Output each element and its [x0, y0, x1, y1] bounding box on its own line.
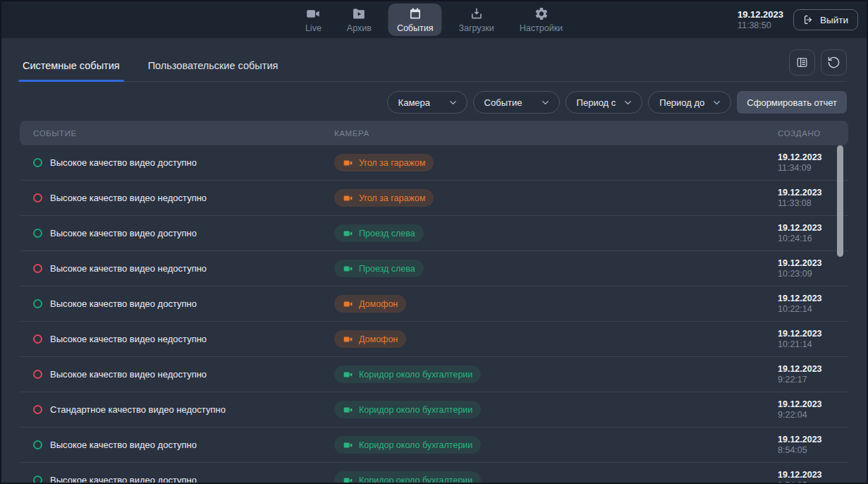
folder-play-icon	[352, 6, 367, 21]
camera-icon	[343, 334, 353, 344]
status-ring	[33, 334, 42, 344]
video-camera-icon	[306, 6, 321, 21]
journal-icon	[795, 56, 809, 69]
period-to-select[interactable]: Период до	[648, 91, 731, 114]
current-time: 11:38:50	[738, 20, 783, 30]
tabs: Системные события Пользовательские событ…	[21, 56, 279, 81]
filter-row: Камера Событие Период с Период до Сформи…	[21, 91, 847, 114]
logout-label: Выйти	[820, 15, 848, 25]
status-ring	[33, 476, 42, 484]
camera-icon	[343, 264, 353, 274]
camera-icon	[343, 370, 353, 380]
event-text: Высокое качество видео доступно	[50, 228, 197, 238]
camera-filter-select[interactable]: Камера	[387, 91, 467, 114]
table-header: СОБЫТИЕ КАМЕРА СОЗДАНО	[20, 121, 848, 145]
scrollbar-thumb[interactable]	[837, 145, 843, 257]
status-ring	[33, 264, 42, 273]
table-row[interactable]: Высокое качество видео доступно Домофон …	[20, 286, 848, 322]
nav-item-settings[interactable]: Настройки	[511, 4, 571, 36]
topbar-right: 19.12.2023 11:38:50 Выйти	[738, 1, 858, 38]
nav-item-live[interactable]: Live	[297, 4, 330, 36]
event-date: 19.12.2023	[778, 399, 848, 409]
camera-badge: Коридор около бухгалтерии	[334, 401, 481, 418]
camera-badge: Домофон	[334, 295, 406, 313]
event-time: 8:54:05	[778, 480, 848, 484]
chevron-down-icon	[711, 97, 722, 108]
table-row[interactable]: Высокое качество видео доступно Проезд с…	[20, 216, 848, 251]
tab-system-events[interactable]: Системные события	[21, 56, 121, 81]
nav-item-downloads[interactable]: Загрузки	[450, 4, 502, 36]
clock: 19.12.2023 11:38:50	[738, 9, 783, 30]
event-date: 19.12.2023	[778, 364, 848, 374]
table-row[interactable]: Стандартное качество видео недоступно Ко…	[20, 392, 848, 428]
event-time: 9:22:04	[778, 410, 848, 420]
status-ring	[33, 405, 42, 414]
event-filter-label: Событие	[484, 97, 522, 108]
event-time: 9:22:17	[778, 375, 848, 385]
event-text: Высокое качество видео доступно	[50, 157, 197, 168]
camera-icon	[343, 229, 353, 238]
event-text: Стандартное качество видео недоступно	[50, 404, 226, 415]
nav-item-label: Загрузки	[458, 23, 494, 33]
header-created: СОЗДАНО	[778, 129, 848, 138]
event-date: 19.12.2023	[778, 294, 848, 303]
logout-icon	[803, 14, 814, 25]
event-filter-select[interactable]: Событие	[473, 91, 560, 114]
table-row[interactable]: Высокое качество видео недоступно Угол з…	[20, 181, 848, 216]
chevron-down-icon	[448, 97, 458, 108]
logout-button[interactable]: Выйти	[793, 9, 858, 30]
refresh-icon	[827, 56, 841, 69]
period-to-label: Период до	[659, 97, 704, 108]
gear-icon	[534, 6, 549, 21]
camera-icon	[343, 440, 353, 450]
camera-badge: Коридор около бухгалтерии	[334, 471, 481, 484]
table-row[interactable]: Высокое качество видео недоступно Проезд…	[20, 251, 848, 286]
table-row[interactable]: Высокое качество видео недоступно Коридо…	[20, 357, 848, 392]
camera-name: Угол за гаражом	[359, 158, 425, 168]
journal-button[interactable]	[789, 49, 815, 75]
event-date: 19.12.2023	[778, 470, 848, 480]
header-camera: КАМЕРА	[334, 129, 778, 138]
refresh-button[interactable]	[821, 49, 847, 75]
camera-badge: Проезд слева	[334, 260, 424, 277]
generate-report-button[interactable]: Сформировать отчет	[737, 91, 847, 114]
event-time: 10:23:09	[778, 269, 848, 279]
event-time: 8:54:05	[778, 445, 848, 455]
camera-badge: Проезд слева	[334, 224, 424, 242]
tab-user-events[interactable]: Пользовательские события	[147, 56, 280, 81]
period-from-select[interactable]: Период с	[566, 91, 643, 114]
event-text: Высокое качество видео недоступно	[50, 263, 207, 274]
status-ring	[33, 299, 42, 308]
download-tray-icon	[469, 6, 484, 21]
status-ring	[33, 370, 42, 379]
table-row[interactable]: Высокое качество видео доступно Угол за …	[20, 145, 848, 181]
camera-badge: Коридор около бухгалтерии	[334, 436, 481, 454]
camera-icon	[343, 299, 353, 309]
main-nav: Live Архив События Загрузки Настройки	[297, 1, 571, 38]
event-text: Высокое качество видео доступно	[50, 440, 197, 450]
table-row[interactable]: Высокое качество видео доступно Коридор …	[20, 463, 848, 484]
camera-icon	[343, 405, 353, 415]
events-table: СОБЫТИЕ КАМЕРА СОЗДАНО Высокое качество …	[20, 121, 848, 484]
event-text: Высокое качество видео доступно	[50, 475, 197, 484]
tab-label: Системные события	[23, 60, 120, 71]
event-date: 19.12.2023	[778, 258, 848, 268]
event-text: Высокое качество видео недоступно	[50, 193, 207, 203]
camera-badge: Угол за гаражом	[334, 154, 434, 171]
event-time: 10:21:14	[778, 339, 848, 349]
event-time: 10:22:14	[778, 304, 848, 314]
camera-name: Коридор около бухгалтерии	[359, 476, 472, 484]
camera-badge: Домофон	[334, 330, 406, 348]
nav-item-archive[interactable]: Архив	[338, 4, 380, 36]
status-ring	[33, 229, 42, 238]
camera-name: Коридор около бухгалтерии	[359, 405, 472, 415]
tab-actions	[789, 49, 847, 75]
tab-label: Пользовательские события	[148, 60, 279, 71]
table-row[interactable]: Высокое качество видео недоступно Домофо…	[20, 322, 848, 357]
event-text: Высокое качество видео недоступно	[50, 334, 207, 344]
nav-item-events[interactable]: События	[389, 4, 442, 36]
nav-item-label: Архив	[347, 23, 372, 33]
header-event: СОБЫТИЕ	[20, 129, 334, 138]
table-row[interactable]: Высокое качество видео доступно Коридор …	[20, 428, 848, 463]
event-text: Высокое качество видео недоступно	[50, 369, 207, 380]
